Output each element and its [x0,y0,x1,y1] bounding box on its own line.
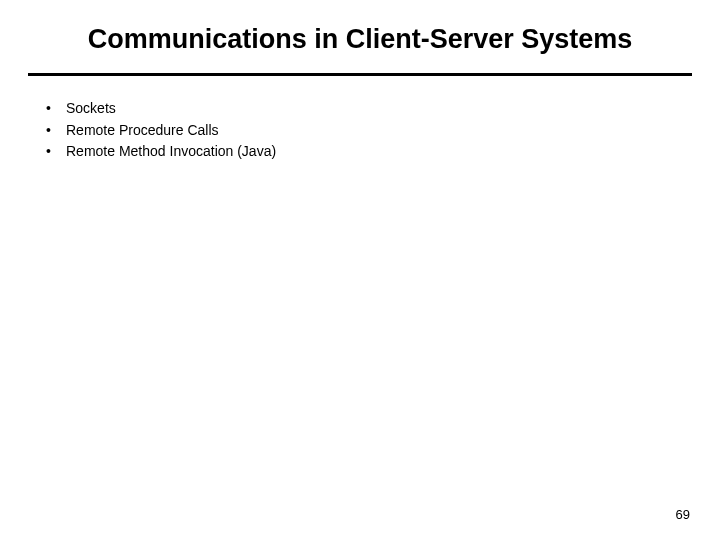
list-item: Remote Procedure Calls [46,120,692,142]
list-item: Remote Method Invocation (Java) [46,141,692,163]
page-number: 69 [676,507,690,522]
list-item: Sockets [46,98,692,120]
slide-container: Communications in Client-Server Systems … [0,0,720,540]
title-divider [28,73,692,76]
slide-title: Communications in Client-Server Systems [28,24,692,73]
bullet-list: Sockets Remote Procedure Calls Remote Me… [28,98,692,163]
